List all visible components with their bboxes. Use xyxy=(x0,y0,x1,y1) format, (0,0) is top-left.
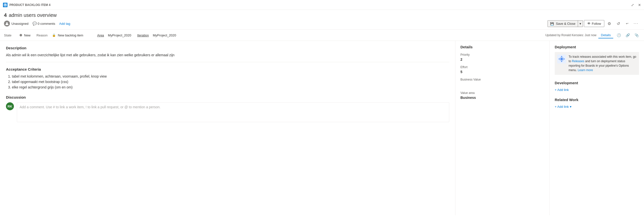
comment-input[interactable]: Add a comment. Use # to link a work item… xyxy=(17,102,449,122)
value-area-value[interactable]: Business xyxy=(460,96,544,100)
deployment-icon xyxy=(557,54,566,63)
related-work-section: Related Work + Add link ▾ xyxy=(555,98,639,109)
more-button[interactable]: ··· xyxy=(632,19,640,27)
svg-point-9 xyxy=(564,58,564,59)
work-item-title: admin users overview xyxy=(9,12,56,18)
save-close-dropdown-arrow[interactable]: ▾ xyxy=(578,20,583,27)
svg-point-5 xyxy=(561,58,562,60)
list-item: tabel met kolommen, achteraan, voornaam,… xyxy=(12,74,449,78)
close-icon[interactable]: ✕ xyxy=(638,3,641,7)
description-title: Description xyxy=(6,46,449,50)
title-bar: PRODUCT BACKLOG ITEM 4 ⤢ ✕ xyxy=(0,0,644,10)
reason-label: Reason xyxy=(36,33,50,37)
business-value-value[interactable] xyxy=(460,82,544,87)
list-item: elke regel achtergrond grijs (om en om) xyxy=(12,85,449,89)
deployment-notice: To track releases associated with this w… xyxy=(555,52,639,75)
related-work-add-link-button[interactable]: + Add link ▾ xyxy=(555,105,639,109)
iteration-label: Iteration xyxy=(137,33,149,37)
deployment-title: Deployment xyxy=(555,45,639,49)
tab-links[interactable]: 🔗 xyxy=(624,32,631,39)
comments-button[interactable]: 💬 0 comments xyxy=(32,21,55,25)
state-label: State xyxy=(4,33,18,37)
undo-button[interactable]: ↩ xyxy=(623,19,631,27)
business-value-label: Business Value xyxy=(460,78,544,81)
development-section: Development + Add link xyxy=(555,81,639,92)
reason-value[interactable]: New backlog item xyxy=(58,33,83,37)
add-tag-button[interactable]: Add tag xyxy=(59,22,70,25)
discussion-title: Discussion xyxy=(6,95,449,99)
product-icon xyxy=(3,3,8,7)
save-close-label[interactable]: 💾 Save & Close xyxy=(548,20,578,27)
work-item-number: 4 xyxy=(4,12,7,18)
state-bar: State New Reason 🔒 New backlog item Area… xyxy=(0,30,644,41)
list-item: tabel opgemaakt met bootstrap (css) xyxy=(12,80,449,84)
details-title: Details xyxy=(460,45,544,49)
follow-button[interactable]: 👁 Follow xyxy=(584,20,604,27)
state-bar-right: Updated by Ronald Kerssies: Just now Det… xyxy=(545,32,640,39)
deployment-section: Deployment To track releases a xyxy=(555,45,639,75)
development-add-link-button[interactable]: + Add link xyxy=(555,88,569,92)
toolbar: 💾 Save & Close ▾ 👁 Follow ⚙ ↺ ↩ ··· xyxy=(548,19,640,27)
business-value-field: Business Value xyxy=(460,78,544,87)
effort-label: Effort xyxy=(460,65,544,69)
area-value[interactable]: MyProject_2020 xyxy=(108,33,131,37)
comment-placeholder: Add a comment. Use # to link a work item… xyxy=(20,105,160,109)
comment-avatar: RK xyxy=(6,102,14,110)
description-text: Als admin wil ik een overzichtelijke lij… xyxy=(6,53,449,62)
learn-more-link[interactable]: Learn more xyxy=(578,68,593,72)
state-fields: State New Reason 🔒 New backlog item Area… xyxy=(4,33,545,37)
deployment-text: To track releases associated with this w… xyxy=(568,54,636,72)
save-close-button[interactable]: 💾 Save & Close ▾ xyxy=(548,20,583,27)
description-section: Description Als admin wil ik een overzic… xyxy=(6,46,449,62)
discussion-section: Discussion RK Add a comment. Use # to li… xyxy=(6,95,449,122)
tab-history[interactable]: 🕐 xyxy=(615,32,622,39)
releases-link[interactable]: Releases xyxy=(572,59,584,63)
acceptance-title: Acceptance Criteria xyxy=(6,67,449,71)
product-label: PRODUCT BACKLOG ITEM 4 xyxy=(10,3,50,7)
right-panel: Deployment To track releases a xyxy=(550,41,644,215)
effort-field: Effort 5 xyxy=(460,65,544,74)
main-panel: Description Als admin wil ik een overzic… xyxy=(0,41,456,215)
dropdown-icon: ▾ xyxy=(570,105,572,109)
acceptance-section: Acceptance Criteria tabel met kolommen, … xyxy=(6,67,449,89)
window-controls: ⤢ ✕ xyxy=(631,3,641,7)
priority-label: Priority xyxy=(460,53,544,56)
state-value[interactable]: New xyxy=(24,33,30,37)
comment-area: RK Add a comment. Use # to link a work i… xyxy=(6,102,449,122)
eye-icon: 👁 xyxy=(587,21,591,25)
svg-point-6 xyxy=(561,56,562,57)
comment-icon: 💬 xyxy=(32,21,37,25)
work-item-header: 4 admin users overview Unassigned 💬 0 co… xyxy=(0,10,644,30)
priority-value[interactable]: 2 xyxy=(460,57,544,61)
settings-button[interactable]: ⚙ xyxy=(605,19,613,27)
priority-field: Priority 2 xyxy=(460,53,544,61)
development-title: Development xyxy=(555,81,639,85)
iteration-value[interactable]: MyProject_2020 xyxy=(153,33,176,37)
tab-attachments[interactable]: 📎 xyxy=(633,32,640,39)
updated-text: Updated by Ronald Kerssies: Just now xyxy=(545,33,596,37)
work-item-meta: Unassigned 💬 0 comments Add tag 💾 Save &… xyxy=(4,19,640,27)
area-field: Area MyProject_2020 xyxy=(97,33,131,37)
work-item-title-row: 4 admin users overview xyxy=(4,12,640,18)
value-area-label: Value area xyxy=(460,91,544,95)
related-work-title: Related Work xyxy=(555,98,639,102)
save-icon: 💾 xyxy=(550,22,554,25)
state-dot xyxy=(20,34,22,36)
expand-icon[interactable]: ⤢ xyxy=(631,3,634,7)
state-field: State New xyxy=(4,33,30,37)
unassigned-avatar xyxy=(4,20,10,26)
content-area: Description Als admin wil ik een overzic… xyxy=(0,41,644,215)
svg-point-8 xyxy=(559,58,560,59)
tab-details[interactable]: Details xyxy=(598,32,613,38)
reason-field: Reason 🔒 New backlog item xyxy=(36,33,83,37)
unassigned-label: Unassigned xyxy=(12,22,28,25)
value-area-field: Value area Business xyxy=(460,91,544,100)
area-label: Area xyxy=(97,33,104,37)
details-panel: Details Priority 2 Effort 5 Business Val… xyxy=(456,41,550,215)
svg-point-7 xyxy=(561,61,562,62)
effort-value[interactable]: 5 xyxy=(460,70,544,74)
refresh-button[interactable]: ↺ xyxy=(614,19,622,27)
assignee-button[interactable]: Unassigned xyxy=(4,20,28,26)
acceptance-list: tabel met kolommen, achteraan, voornaam,… xyxy=(12,74,449,89)
iteration-field: Iteration MyProject_2020 xyxy=(137,33,176,37)
